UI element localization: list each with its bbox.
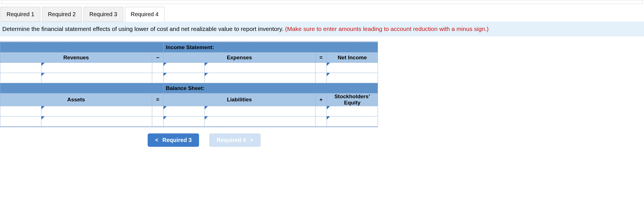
chevron-right-icon: >: [250, 137, 253, 143]
op-plus: +: [315, 93, 327, 106]
op-minus: −: [152, 53, 164, 63]
blank-op-4b: [315, 116, 327, 127]
col-netincome: Net Income: [327, 53, 378, 63]
income-header-left: [0, 42, 164, 53]
exp-acct-1[interactable]: [164, 63, 205, 73]
flag-icon: [327, 73, 330, 76]
col-expenses: Expenses: [164, 53, 315, 63]
top-blank-bar: [1, 0, 643, 4]
balance-header-title: Balance Sheet:: [164, 83, 378, 93]
flag-icon: [164, 73, 167, 76]
liab-acct-1[interactable]: [164, 106, 205, 116]
op-equals-1: =: [315, 53, 327, 63]
exp-acct-2[interactable]: [164, 73, 205, 83]
equity-1[interactable]: [327, 106, 378, 116]
netinc-1[interactable]: [327, 63, 378, 73]
tab-row: Required 1 Required 2 Required 3 Require…: [0, 7, 644, 22]
tab-required-3[interactable]: Required 3: [83, 7, 123, 22]
flag-icon: [327, 63, 330, 66]
netinc-2[interactable]: [327, 73, 378, 83]
worksheet-table: Income Statement: Revenues − Expenses = …: [0, 41, 378, 127]
rev-amt-2[interactable]: [41, 73, 152, 83]
blank-op-2b: [315, 73, 327, 83]
flag-icon: [205, 106, 208, 109]
equity-2[interactable]: [327, 116, 378, 127]
col-equity: Stockholders’ Equity: [327, 93, 378, 106]
exp-amt-2[interactable]: [205, 73, 315, 83]
op-equals-2: =: [152, 93, 164, 106]
asset-acct-1[interactable]: [0, 106, 41, 116]
col-liabilities: Liabilities: [164, 93, 315, 106]
flag-icon: [205, 63, 208, 66]
liab-acct-2[interactable]: [164, 116, 205, 127]
flag-icon: [41, 63, 45, 66]
asset-amt-2[interactable]: [41, 116, 152, 127]
blank-op-1a: [152, 63, 164, 73]
rev-acct-2[interactable]: [0, 73, 41, 83]
liab-amt-2[interactable]: [205, 116, 315, 127]
tab-required-1[interactable]: Required 1: [1, 7, 40, 22]
nav-buttons: < Required 3 Required 4 >: [148, 133, 644, 147]
blank-op-2a: [152, 73, 164, 83]
blank-op-4a: [152, 116, 164, 127]
flag-icon: [205, 116, 208, 120]
instruction-warning: (Make sure to enter amounts leading to a…: [285, 26, 489, 32]
asset-acct-2[interactable]: [0, 116, 41, 127]
blank-op-3b: [315, 106, 327, 116]
flag-icon: [327, 116, 330, 120]
flag-icon: [327, 106, 330, 109]
rev-acct-1[interactable]: [0, 63, 41, 73]
flag-icon: [164, 106, 167, 109]
exp-amt-1[interactable]: [205, 63, 315, 73]
flag-icon: [41, 116, 45, 120]
blank-op-3a: [152, 106, 164, 116]
next-button[interactable]: Required 4 >: [209, 133, 261, 147]
flag-icon: [41, 73, 45, 76]
income-header-title: Income Statement:: [164, 42, 378, 53]
flag-icon: [164, 63, 167, 66]
prev-button[interactable]: < Required 3: [148, 133, 199, 147]
col-revenues: Revenues: [0, 53, 152, 63]
next-label: Required 4: [217, 137, 246, 143]
prev-label: Required 3: [162, 137, 192, 143]
chevron-left-icon: <: [155, 137, 158, 143]
tab-required-2[interactable]: Required 2: [42, 7, 82, 22]
flag-icon: [205, 73, 208, 76]
flag-icon: [164, 116, 167, 120]
tab-required-4[interactable]: Required 4: [125, 7, 165, 22]
balance-header-left: [0, 83, 164, 93]
instruction-panel: Determine the financial statement effect…: [0, 22, 644, 36]
col-assets: Assets: [0, 93, 152, 106]
liab-amt-1[interactable]: [205, 106, 315, 116]
flag-icon: [41, 106, 45, 109]
rev-amt-1[interactable]: [41, 63, 152, 73]
instruction-text: Determine the financial statement effect…: [2, 26, 285, 32]
asset-amt-1[interactable]: [41, 106, 152, 116]
blank-op-1b: [315, 63, 327, 73]
